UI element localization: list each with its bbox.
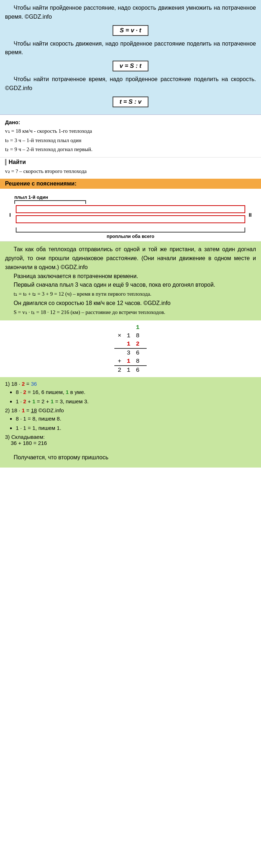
p2-plus: + bbox=[114, 357, 123, 366]
mult-row-op: × 1 8 bbox=[114, 332, 147, 340]
multiplication-section: 1 × 1 8 1 2 bbox=[0, 320, 261, 377]
dado-line-2: t₀ = 3 ч – 1-й теплоход плыл один bbox=[5, 136, 256, 145]
najti-header: Найти bbox=[5, 159, 256, 165]
step3-val: 36 + 180 = 216 bbox=[5, 440, 256, 446]
mult-table-wrapper: 1 × 1 8 1 2 bbox=[5, 323, 256, 374]
res-empty bbox=[142, 366, 147, 374]
explanation-p4: t₁ = t₀ + t₂ = 3 + 9 = 12 (ч) – время в … bbox=[5, 290, 256, 299]
step1-bullet2: 1 · 2 + 1 = 2 + 1 = 3, пишем 3. bbox=[16, 397, 256, 406]
res-2: 2 bbox=[114, 366, 123, 374]
p2-8: 8 bbox=[133, 357, 142, 366]
p2-1: 1 bbox=[123, 357, 132, 366]
carry-cell bbox=[114, 323, 123, 332]
multiplication-table: 1 × 1 8 1 2 bbox=[114, 323, 147, 374]
p1-6: 6 bbox=[133, 348, 142, 357]
blue-info-section: Чтобы найти пройденное расстояние, надо … bbox=[0, 0, 261, 115]
diagram-label-plyl: плыл 1-й один bbox=[14, 194, 48, 200]
mult-12-2: 2 bbox=[133, 340, 142, 348]
explanation-p6: S = v₁ · t₁ = 18 · 12 = 216 (км) – расст… bbox=[5, 308, 256, 317]
diagram-bar-bottom bbox=[16, 215, 245, 223]
step1-header: 1) 18 · 2 = 36 bbox=[5, 381, 256, 387]
step2-bullet2: 1 · 1 = 1, пишем 1. bbox=[16, 423, 256, 433]
explanation-section: Так как оба теплохода отправились от одн… bbox=[0, 241, 261, 320]
explanation-p2: Разница заключается в потраченном времен… bbox=[5, 272, 256, 281]
mult-empty bbox=[142, 332, 147, 340]
mult-partial1: 3 6 bbox=[114, 348, 147, 357]
blue-text-1: Чтобы найти пройденное расстояние, надо … bbox=[5, 4, 256, 22]
carry-spacer bbox=[123, 323, 132, 332]
carry-empty bbox=[142, 323, 147, 332]
dado-header: Дано: bbox=[5, 118, 256, 127]
blue-text-2: Чтобы найти скорость движения, надо прой… bbox=[5, 39, 256, 57]
solution-header: Решение с пояснениями: bbox=[0, 179, 261, 189]
formula-vst: v = S : t bbox=[113, 61, 149, 71]
step2-bullet1: 8 · 1 = 8, пишем 8. bbox=[16, 414, 256, 423]
dado-line-3: t₂ = 9 ч – 2-й теплоход догнал первый. bbox=[5, 145, 256, 154]
mult-8: 8 bbox=[133, 332, 142, 340]
mult-carry-row: 1 bbox=[114, 323, 147, 332]
explanation-p5: Он двигался со скоростью 18 км/ч все 12 … bbox=[5, 299, 256, 308]
dado-section: Дано: v₁ = 18 км/ч - скорость 1-го тепло… bbox=[0, 115, 261, 158]
step1-bullets: 8 · 2 = 16, 6 пишем, 1 в уме. 1 · 2 + 1 … bbox=[16, 388, 256, 406]
diagram-label-II: II bbox=[249, 212, 252, 218]
mult-1: 1 bbox=[123, 332, 132, 340]
res-1: 1 bbox=[123, 366, 132, 374]
mult-row-12: 1 2 bbox=[114, 340, 147, 348]
explanation-p3: Первый сначала плыл 3 часа один и ещё 9 … bbox=[5, 281, 256, 290]
step2-multiplier: 1 bbox=[22, 407, 25, 413]
brace-top bbox=[14, 200, 86, 204]
diagram-label-bottom: проплыли оба всего bbox=[107, 234, 155, 239]
conclusion-section: Получается, что второму пришлось bbox=[0, 450, 261, 468]
res-6: 6 bbox=[133, 366, 142, 374]
mult-12-empty bbox=[114, 340, 123, 348]
p1-empty2 bbox=[142, 348, 147, 357]
mult-partial2: + 1 8 bbox=[114, 357, 147, 366]
carry-1: 1 bbox=[133, 323, 142, 332]
step2-result: 18 bbox=[31, 407, 37, 413]
mult-result: 2 1 6 bbox=[114, 366, 147, 374]
mult-op-cell: × bbox=[114, 332, 123, 340]
step1-bullet1: 8 · 2 = 16, 6 пишем, 1 в уме. bbox=[16, 388, 256, 397]
step1-result: 36 bbox=[31, 381, 37, 387]
formula-tsv: t = S : v bbox=[113, 97, 149, 107]
step2-header: 2) 18 · 1 = 18 ©GDZ.info bbox=[5, 407, 256, 413]
step2-bullets: 8 · 1 = 8, пишем 8. 1 · 1 = 1, пишем 1. bbox=[16, 414, 256, 432]
solution-header-text: Решение с пояснениями: bbox=[5, 180, 76, 187]
conclusion-text: Получается, что второму пришлось bbox=[5, 453, 256, 462]
p1-empty bbox=[114, 348, 123, 357]
diagram-section: плыл 1-й один I II проплыли оба всего bbox=[0, 189, 261, 241]
diagram-bar-top bbox=[16, 205, 245, 213]
formula-3-container: t = S : v bbox=[5, 95, 256, 109]
brace-bottom bbox=[16, 227, 245, 233]
blue-text-3: Чтобы найти потраченное время, надо прой… bbox=[5, 75, 256, 93]
najti-line-1: v₂ = ? – скорость второго теплохода bbox=[5, 167, 256, 176]
steps-section: 1) 18 · 2 = 36 8 · 2 = 16, 6 пишем, 1 в … bbox=[0, 377, 261, 450]
dado-line-1: v₁ = 18 км/ч - скорость 1-го теплохода bbox=[5, 127, 256, 136]
p2-empty bbox=[142, 357, 147, 366]
step1-multiplier: 2 bbox=[22, 381, 25, 387]
mult-12-1: 1 bbox=[123, 340, 132, 348]
diagram-label-I: I bbox=[9, 212, 11, 218]
formula-svt: S = v · t bbox=[113, 25, 148, 36]
formula-1-container: S = v · t bbox=[5, 24, 256, 37]
formula-2-container: v = S : t bbox=[5, 59, 256, 73]
p1-3: 3 bbox=[123, 348, 132, 357]
najti-section: Найти v₂ = ? – скорость второго теплоход… bbox=[0, 158, 261, 179]
step3-header: 3) Складываем: bbox=[5, 434, 256, 440]
explanation-p1: Так как оба теплохода отправились от одн… bbox=[5, 245, 256, 272]
mult-12-empty2 bbox=[142, 340, 147, 348]
